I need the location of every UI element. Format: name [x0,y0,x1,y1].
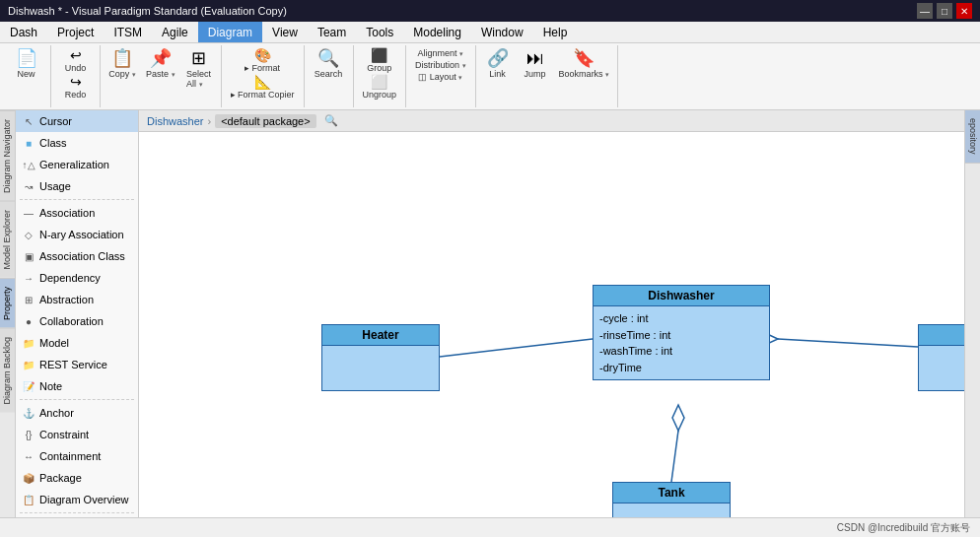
redo-row: ↪ Redo [62,74,90,101]
paste-button[interactable]: 📌 Paste ▾ [142,47,179,81]
select-all-button[interactable]: ⊞ SelectAll ▾ [181,47,217,91]
distribution-button[interactable]: Distribution ▾ [412,59,469,71]
menu-help[interactable]: Help [533,22,578,42]
palette-package[interactable]: 📦 Package [16,467,138,489]
new-icon: 📄 [16,49,37,67]
diagram-overview-icon: 📋 [22,493,35,506]
palette-abstraction-label: Abstraction [39,294,94,305]
palette-note-label: Note [39,380,62,392]
palette-abstraction[interactable]: ⊞ Abstraction [16,289,138,310]
alignment-button[interactable]: Alignment ▾ [415,47,467,59]
toolbar: 📄 New ↩ Undo ↪ Redo 📋 Copy ▾ 📌 Paste ▾ [0,43,980,110]
palette-model[interactable]: 📁 Model [16,332,138,354]
separator-2 [20,399,134,400]
breadcrumb-root[interactable]: Dishwasher [147,115,203,127]
group-button[interactable]: ⬛ Group [364,47,394,74]
menu-itsm[interactable]: ITSM [104,22,152,42]
bookmarks-icon: 🔖 [573,49,595,67]
right-side-tabs: epository [964,110,980,517]
undo-icon: ↩ [70,48,82,62]
palette-nary-label: N-ary Association [39,229,124,240]
menu-tools[interactable]: Tools [356,22,403,42]
palette-cursor[interactable]: ↖ Cursor [16,110,138,132]
copy-button[interactable]: 📋 Copy ▾ [105,47,140,81]
format-button[interactable]: 🎨 ▸ Format [242,47,283,74]
menu-agile[interactable]: Agile [152,22,198,42]
palette-containment-label: Containment [39,450,101,462]
palette-note[interactable]: 📝 Note [16,375,138,397]
minimize-button[interactable]: — [917,3,933,19]
titlebar-controls: — □ ✕ [917,3,972,19]
menu-dash[interactable]: Dash [0,22,47,42]
sidetab-model-explorer[interactable]: Model Explorer [0,201,15,278]
new-button[interactable]: 📄 New [9,47,44,81]
palette-usage-label: Usage [39,180,71,192]
jump-icon: ⏭ [526,49,544,67]
dependency-icon: → [22,271,35,285]
palette-generic-connector[interactable]: — Generic Connector [16,515,138,517]
palette-class[interactable]: ■ Class [16,132,138,154]
palette-collaboration[interactable]: ● Collaboration [16,310,138,332]
new-label: New [17,69,35,79]
palette-usage[interactable]: ↝ Usage [16,175,138,197]
usage-icon: ↝ [22,179,35,193]
layout-button[interactable]: ◫ Layout ▾ [415,71,465,83]
palette-generalization[interactable]: ↑△ Generalization [16,154,138,175]
toolbar-group-clipboard: 📋 Copy ▾ 📌 Paste ▾ ⊞ SelectAll ▾ [101,45,222,107]
palette-containment[interactable]: ↔ Containment [16,445,138,467]
class-heater[interactable]: Heater [321,324,440,391]
search-button[interactable]: 🔍 Search [311,47,347,81]
class-dishwasher-body: -cycle : int -rinseTime : int -washTime … [594,306,769,379]
palette-dependency[interactable]: → Dependency [16,267,138,289]
close-button[interactable]: ✕ [956,3,972,19]
format-copier-button[interactable]: 📐 ▸ Format Copier [228,74,298,101]
ungroup-button[interactable]: ⬜ Ungroup [360,74,400,101]
separator-1 [20,199,134,200]
palette-constraint[interactable]: {} Constraint [16,424,138,445]
containment-icon: ↔ [22,449,35,463]
attr-drytime: -dryTime [599,360,763,376]
breadcrumb-separator: › [207,115,211,127]
collaboration-icon: ● [22,314,35,328]
right-tab-repository[interactable]: epository [965,110,980,164]
diagram-canvas[interactable]: Dishwasher -cycle : int -rinseTime : int… [139,132,964,517]
palette-anchor[interactable]: ⚓ Anchor [16,402,138,424]
palette-assocclass-label: Association Class [39,250,125,262]
menu-view[interactable]: View [262,22,308,42]
maximize-button[interactable]: □ [937,3,952,19]
attr-washtime: -washTime : int [599,343,763,360]
palette-association[interactable]: — Association [16,202,138,224]
menu-diagram[interactable]: Diagram [198,22,262,42]
palette-anchor-label: Anchor [39,407,74,419]
palette-nary[interactable]: ◇ N-ary Association [16,224,138,245]
redo-button[interactable]: ↪ Redo [62,74,90,101]
sidetab-property[interactable]: Property [0,278,15,328]
jump-button[interactable]: ⏭ Jump [518,47,553,81]
undo-button[interactable]: ↩ Undo [62,47,90,74]
sidetab-diagram-backlog[interactable]: Diagram Backlog [0,328,15,413]
breadcrumb-package[interactable]: <default package> [215,114,316,128]
left-side-tabs: Diagram Navigator Model Explorer Propert… [0,110,16,517]
menu-team[interactable]: Team [308,22,356,42]
class-tank-header: Tank [613,483,730,503]
class-tank[interactable]: Tank [612,482,731,517]
palette-diagram-overview[interactable]: 📋 Diagram Overview [16,489,138,510]
link-button[interactable]: 🔗 Link [480,47,516,81]
menu-modeling[interactable]: Modeling [403,22,471,42]
attr-rinsetime: -rinseTime : int [599,327,763,344]
palette-restservice[interactable]: 📁 REST Service [16,354,138,375]
menu-project[interactable]: Project [47,22,104,42]
diamond-dishwasher-tank [672,405,684,431]
palette-diagram-overview-label: Diagram Overview [39,494,128,505]
redo-icon: ↪ [70,75,82,89]
toolbar-group-undoredo: ↩ Undo ↪ Redo [51,45,101,107]
breadcrumb-search-icon: 🔍 [324,114,338,127]
palette-assocclass[interactable]: ▣ Association Class [16,245,138,267]
sidetab-diagram-navigator[interactable]: Diagram Navigator [0,110,15,201]
class-jet[interactable]: Jet [918,324,964,391]
cursor-icon: ↖ [22,114,35,128]
class-dishwasher[interactable]: Dishwasher -cycle : int -rinseTime : int… [593,285,770,380]
class-heater-header: Heater [322,325,439,346]
bookmarks-button[interactable]: 🔖 Bookmarks ▾ [555,47,614,81]
menu-window[interactable]: Window [471,22,533,42]
